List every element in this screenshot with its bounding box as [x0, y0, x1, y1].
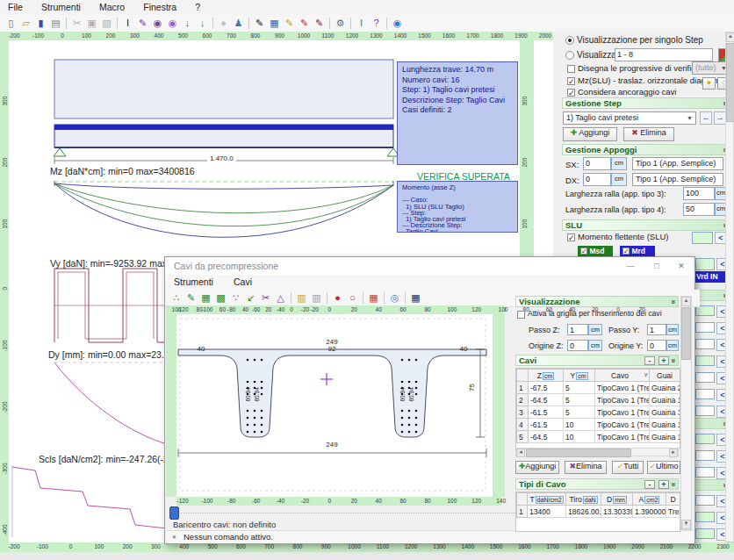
value-field[interactable] — [695, 389, 715, 399]
help-icon[interactable]: ◉ — [390, 17, 405, 30]
bulb-grid-off-icon[interactable]: ▥ — [309, 291, 324, 305]
scroll-up-icon[interactable]: ▲ — [726, 32, 734, 42]
cut-icon[interactable]: ✂ — [69, 17, 84, 30]
column-header[interactable]: Acm2 — [633, 493, 666, 506]
scrollbar-thumb[interactable] — [681, 307, 691, 360]
column-header[interactable]: Cavo∨ — [595, 370, 650, 382]
red-grid-icon[interactable]: ▦ — [366, 291, 381, 305]
minimize-button[interactable]: — — [623, 260, 637, 272]
cavi-tutti-button[interactable]: ✓Tutti — [612, 461, 644, 474]
bulb-grid-icon[interactable]: ▥ — [294, 291, 309, 305]
edit-cable-icon[interactable]: ✎ — [184, 291, 198, 305]
column-header[interactable]: Guai — [650, 370, 680, 382]
cavi-ultimo-button[interactable]: ✓Ultimo — [647, 461, 680, 474]
pen-darkred-icon[interactable]: ✎ — [312, 17, 327, 30]
scrollbar-thumb[interactable] — [726, 43, 734, 122]
save-icon[interactable]: ▮ — [33, 17, 48, 30]
hourglass-icon[interactable]: I — [120, 17, 135, 30]
cavi-dialog[interactable]: Cavi da precompressione — □ ✕ Strumenti … — [164, 256, 695, 544]
pen-yellow-icon[interactable]: ✎ — [282, 17, 297, 30]
record-icon[interactable]: ● — [330, 291, 345, 305]
shrink-button[interactable]: - — [644, 356, 655, 365]
table-row[interactable]: 1-67.55TipoCavo 1 (Tref..Guaina 2 — [517, 382, 680, 394]
collapse-icon[interactable]: » — [667, 299, 678, 304]
origine-z-input[interactable]: 0 — [567, 340, 588, 351]
scrollbar-thumb[interactable] — [526, 449, 631, 457]
cut-cable-icon[interactable]: ✂ — [258, 291, 273, 305]
collapse-icon[interactable]: » — [667, 358, 678, 363]
print-icon[interactable]: ▤ — [48, 17, 63, 30]
delete-cable-icon[interactable]: ∵ — [228, 291, 243, 305]
table-row[interactable]: 5-64.510TipoCavo 1 (Tref..Guaina 1 — [517, 431, 680, 443]
tendon-bag-alt-icon[interactable]: ◉ — [165, 17, 180, 30]
table-row[interactable]: 11340018626.00..13.3033951.390000..Tref — [517, 506, 680, 518]
menu-help[interactable]: ? — [187, 0, 208, 14]
column-header[interactable] — [517, 370, 529, 382]
value-field[interactable] — [695, 450, 715, 461]
column-header[interactable]: TirodaN — [566, 493, 601, 506]
release-green-icon[interactable]: ↓ — [195, 17, 210, 30]
grid-blue-icon[interactable]: ▦ — [267, 17, 282, 30]
pen-red-icon[interactable]: ✎ — [297, 17, 312, 30]
scroll-left-icon[interactable]: ◄ — [516, 449, 525, 457]
passo-y-input[interactable]: 1 — [647, 324, 666, 335]
cavi-hscrollbar[interactable]: ◄ ► — [515, 448, 679, 456]
paste-icon[interactable]: ▧ — [99, 17, 114, 30]
record-ring-icon[interactable]: ○ — [345, 291, 360, 305]
shrink-button[interactable]: - — [644, 480, 655, 489]
tipi-cavo-header[interactable]: Tipi di Cavo»+- — [515, 478, 679, 490]
menu-strumenti[interactable]: Strumenti — [33, 0, 89, 14]
table-row[interactable]: 2-64.55TipoCavo 1 (Tref..Guaina 1 — [517, 394, 680, 406]
tipi-cavo-table[interactable]: TdaN/cm2TirodaNDmmAcm2D11340018626.00..1… — [515, 492, 680, 532]
menu-finestra[interactable]: Finestra — [135, 0, 184, 14]
column-green-icon[interactable]: I — [354, 17, 369, 30]
column-header[interactable]: D — [666, 493, 680, 506]
position-slider-handle[interactable] — [169, 506, 179, 520]
column-header[interactable] — [517, 493, 528, 506]
open-folder-icon[interactable]: ▱ — [18, 17, 33, 30]
value-field[interactable] — [695, 339, 715, 349]
value-field[interactable] — [695, 528, 715, 539]
cavi-elimina-button[interactable]: ✖Elimina — [565, 461, 607, 474]
passo-z-input[interactable]: 1 — [567, 324, 588, 335]
value-field[interactable] — [695, 322, 715, 333]
value-field[interactable] — [695, 495, 715, 506]
tendon-brush-icon[interactable]: ✎ — [135, 17, 150, 30]
menu-file[interactable]: File — [0, 0, 31, 14]
section-canvas[interactable]: 249 92 40 40 75 249 60.94 60.94 60.94 60… — [176, 314, 493, 497]
dialog-menu-cavi[interactable]: Cavi — [225, 275, 261, 289]
cable-grid-alt-icon[interactable]: ▩ — [213, 291, 228, 305]
copy-icon[interactable]: ▣ — [84, 17, 99, 30]
origine-y-input[interactable]: 0 — [647, 340, 666, 351]
section-grid-icon[interactable]: ▦ — [408, 291, 423, 305]
scroll-right-icon[interactable]: ► — [669, 449, 678, 457]
cavi-table[interactable]: ZcmYcmCavo∨Guai1-67.55TipoCavo 1 (Tref..… — [515, 368, 680, 449]
cable-grid-icon[interactable]: ▦ — [198, 291, 213, 305]
grid-checkbox[interactable] — [517, 311, 525, 319]
value-field[interactable] — [695, 372, 715, 383]
cavi-aggiungi-button[interactable]: ✚Aggiungi — [515, 461, 559, 474]
release-red-icon[interactable]: ↓ — [180, 17, 195, 30]
new-document-icon[interactable]: ▯ — [4, 17, 18, 30]
column-header[interactable]: TdaN/cm2 — [528, 493, 566, 506]
sphere-icon[interactable]: ◎ — [387, 291, 402, 305]
hand-purple-icon[interactable]: ? — [369, 17, 384, 30]
value-field[interactable] — [695, 355, 715, 366]
table-row[interactable]: 3-61.55TipoCavo 1 (Tref..Guaina 3 — [517, 406, 680, 419]
pen-black-icon[interactable]: ✎ — [252, 17, 267, 30]
dialog-menu-strumenti[interactable]: Strumenti — [165, 275, 222, 289]
value-field[interactable] — [695, 434, 715, 444]
scroll-up-icon[interactable]: ▲ — [681, 297, 691, 306]
cavi-header[interactable]: Cavi»+- — [515, 355, 679, 366]
users-icon[interactable]: ♟ — [231, 17, 246, 30]
visualizzazione-header[interactable]: Visualizzazione» — [515, 296, 679, 307]
table-row[interactable]: 4-61.510TipoCavo 1 (Tref..Guaina 1 — [517, 419, 680, 431]
gear-icon[interactable]: ⚙ — [333, 17, 348, 30]
disabled-dot-icon[interactable]: ● — [216, 17, 231, 30]
column-header[interactable]: Dmm — [601, 493, 633, 506]
dialog-panel-scrollbar[interactable]: ▲ ▼ — [680, 296, 692, 530]
column-header[interactable]: Ycm — [564, 370, 595, 382]
value-field[interactable] — [695, 467, 715, 477]
mirror-cable-icon[interactable]: △ — [273, 291, 288, 305]
value-field[interactable] — [695, 406, 715, 416]
